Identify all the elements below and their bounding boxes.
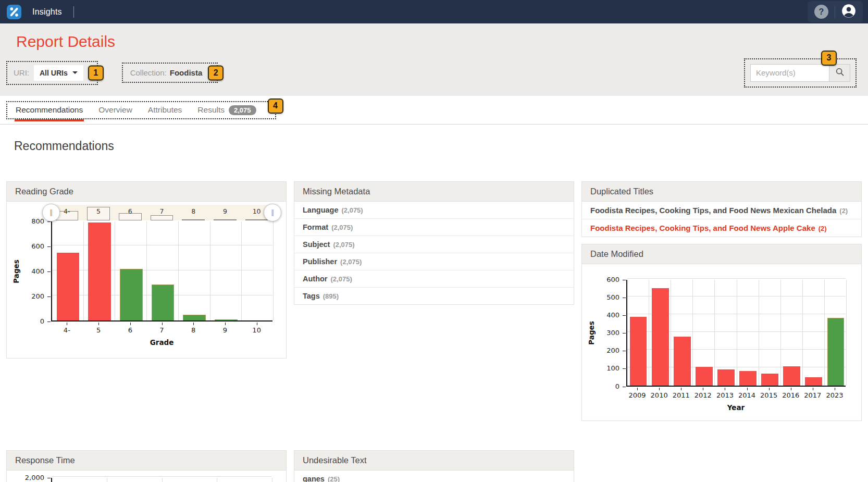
user-menu-button[interactable] xyxy=(841,4,856,20)
grid-line xyxy=(273,221,274,320)
bar-2013 xyxy=(717,369,735,386)
app-title: Insights xyxy=(32,7,62,17)
collection-label: Collection: xyxy=(130,68,167,77)
duplicated-titles-list: Foodista Recipes, Cooking Tips, and Food… xyxy=(582,202,861,237)
grid-line xyxy=(627,278,846,279)
x-tick-label: 2009 xyxy=(626,391,648,399)
brush-mini-bar xyxy=(182,219,205,220)
axis-tick xyxy=(162,323,163,325)
axis-tick xyxy=(703,388,703,390)
y-tick-label: 600 xyxy=(7,242,44,250)
uri-dropdown[interactable]: All URIs xyxy=(34,65,83,81)
y-tick-label: 2,000 xyxy=(7,474,44,481)
grid-line xyxy=(692,280,693,386)
bar-7 xyxy=(152,285,175,320)
grid-line xyxy=(52,270,272,270)
axis-tick xyxy=(623,333,626,333)
grid-line xyxy=(107,478,107,482)
search-icon xyxy=(835,67,845,78)
grid-line xyxy=(714,280,715,386)
grid-line xyxy=(846,280,847,386)
item-name: Subject xyxy=(303,240,330,249)
axis-tick xyxy=(47,271,51,272)
item-name: Foodista Recipes, Cooking Tips, and Food… xyxy=(590,224,815,232)
panels-row-2: Response Time 2,000 Undesirable Text gan… xyxy=(0,450,868,482)
tab-recommendations[interactable]: Recommendations xyxy=(16,105,83,115)
navbar-actions-divider xyxy=(835,6,835,18)
axis-tick xyxy=(193,323,194,325)
collection-filter-group: Collection: Foodista 2 xyxy=(122,63,218,83)
panel-response-time: Response Time 2,000 xyxy=(6,450,287,482)
keyword-input[interactable] xyxy=(750,64,829,82)
axis-tick xyxy=(681,388,681,390)
recommendations-section: Recommendations Reading Grade 0200400600… xyxy=(0,139,868,482)
axis-tick xyxy=(623,298,626,298)
grid-line xyxy=(802,280,803,386)
item-count: (2) xyxy=(819,225,827,232)
tab-results[interactable]: Results 2,075 xyxy=(197,105,256,115)
grid-line xyxy=(178,221,179,320)
grid-line xyxy=(241,221,242,320)
axis-tick xyxy=(67,323,67,325)
axis-tick xyxy=(623,368,626,369)
panel-title: Duplicated Titles xyxy=(582,182,861,202)
grid-line xyxy=(759,280,759,386)
grid-line xyxy=(146,221,147,320)
help-button[interactable]: ? xyxy=(814,5,828,19)
panel-title: Date Modified xyxy=(582,244,861,264)
tab-overview[interactable]: Overview xyxy=(98,105,132,115)
brush-label: 7 xyxy=(146,207,178,215)
report-tabbar: Recommendations Overview Attributes Resu… xyxy=(0,96,868,125)
tab-label: Overview xyxy=(98,105,132,115)
y-tick-label: 800 xyxy=(7,217,44,225)
x-tick-label: 2016 xyxy=(780,391,802,399)
y-tick-label: 200 xyxy=(7,292,44,300)
x-tick-label: 2015 xyxy=(758,391,780,399)
reading-grade-chart: 02004006008004-5678910GradePages4-567891… xyxy=(7,202,286,358)
brush-handle-left[interactable]: ∥ xyxy=(42,204,60,221)
bar-6 xyxy=(120,269,143,320)
item-count: (2,075) xyxy=(331,275,352,283)
axis-tick xyxy=(225,323,226,325)
metadata-item: Language(2,075) xyxy=(294,202,574,219)
search-button[interactable] xyxy=(829,64,850,82)
filter-row: URI: All URIs 1 Collection: Foodista 2 xyxy=(6,58,857,88)
app-logo-icon[interactable] xyxy=(7,5,21,19)
item-name: Tags xyxy=(303,292,320,300)
grid-line xyxy=(272,478,272,482)
panel-title: Response Time xyxy=(7,451,286,471)
grid-line xyxy=(52,245,272,245)
right-column: Duplicated Titles Foodista Recipes, Cook… xyxy=(581,181,862,421)
brush-handle-right[interactable]: ∥ xyxy=(264,204,281,221)
item-name: ganes xyxy=(303,475,325,482)
panel-title: Undesirable Text xyxy=(294,451,574,471)
axis-tick xyxy=(659,388,660,390)
x-tick-label: 2011 xyxy=(670,391,692,399)
date-modified-chart: 0100200300400500600200920102011201220132… xyxy=(582,264,861,421)
uri-label: URI: xyxy=(14,68,29,77)
axis-tick xyxy=(130,323,131,325)
grid-line xyxy=(217,478,217,482)
annotation-badge-3: 3 xyxy=(821,51,837,66)
grid-line xyxy=(162,478,163,482)
bar-9 xyxy=(215,319,238,320)
axis-tick xyxy=(47,322,51,322)
bar-2015 xyxy=(761,374,778,385)
navbar-divider xyxy=(73,6,74,18)
duplicated-title-link[interactable]: Foodista Recipes, Cooking Tips, and Food… xyxy=(582,219,861,237)
tab-attributes[interactable]: Attributes xyxy=(148,105,182,115)
grid-line xyxy=(210,221,210,320)
y-tick-label: 0 xyxy=(7,317,44,325)
top-navbar: Insights ? xyxy=(0,0,868,23)
axis-tick xyxy=(623,387,626,387)
axis-tick xyxy=(47,221,51,222)
duplicated-title-link[interactable]: Foodista Recipes, Cooking Tips, and Food… xyxy=(582,202,861,219)
brush-label: 8 xyxy=(178,207,209,215)
annotation-badge-4: 4 xyxy=(268,98,283,114)
axis-tick xyxy=(257,323,257,325)
grid-line xyxy=(780,280,781,386)
y-tick-label: 0 xyxy=(582,382,619,390)
axis-tick xyxy=(98,323,99,325)
x-axis-label: Grade xyxy=(51,338,272,347)
bar-2017 xyxy=(805,377,822,385)
